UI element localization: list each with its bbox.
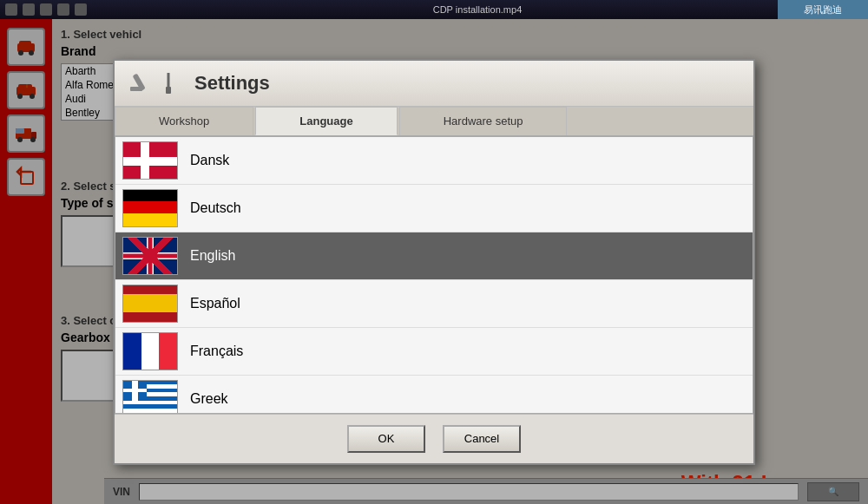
language-item-deutsch[interactable]: Deutsch: [115, 185, 753, 232]
language-item-english[interactable]: English: [115, 232, 753, 280]
tab-workshop[interactable]: Workshop: [115, 107, 253, 135]
language-item-greek[interactable]: Greek: [115, 376, 753, 414]
language-item-francais[interactable]: Français: [115, 328, 753, 376]
svg-rect-16: [130, 87, 142, 91]
taskbar-icon2: [23, 3, 35, 16]
gr-stripe-9: [123, 413, 177, 414]
flag-germany: [122, 189, 178, 227]
tab-hardware[interactable]: Hardware setup: [399, 107, 568, 135]
language-name-francais: Français: [190, 344, 243, 359]
flag-greece: [122, 380, 178, 414]
wrench-icon: [128, 71, 153, 95]
language-name-deutsch: Deutsch: [190, 200, 241, 216]
flag-france: [122, 332, 178, 370]
language-item-espanol[interactable]: Español: [115, 280, 753, 328]
language-name-english: English: [190, 248, 235, 264]
settings-dialog: Settings Workshop Language Hardware setu…: [113, 59, 755, 465]
flag-fr-red: [159, 333, 177, 370]
modal-overlay: Settings Workshop Language Hardware setu…: [0, 19, 868, 504]
language-item-dansk[interactable]: Dansk: [115, 137, 753, 185]
gr-cross-v: [132, 381, 138, 401]
screwdriver-icon: [156, 71, 181, 95]
svg-rect-18: [166, 87, 171, 94]
dialog-title: Settings: [194, 72, 270, 95]
language-name-dansk: Dansk: [190, 153, 229, 168]
taskbar-icon5: [75, 3, 87, 16]
taskbar-title: CDP installation.mp4: [92, 4, 863, 15]
app-background: 1. Select vehicl Brand Abarth Alfa Romeo…: [0, 19, 868, 504]
dialog-footer: OK Cancel: [115, 414, 753, 463]
flag-gb-v-red: [148, 238, 153, 274]
ok-button[interactable]: OK: [347, 425, 425, 453]
settings-icon-group: [128, 71, 181, 95]
dialog-tabs: Workshop Language Hardware setup: [115, 107, 753, 136]
flag-uk: [122, 237, 178, 275]
language-name-greek: Greek: [190, 391, 228, 407]
dialog-header: Settings: [115, 61, 753, 107]
taskbar-icon4: [57, 3, 69, 16]
taskbar-app-label: 易讯跑迪: [778, 0, 868, 19]
language-list: Dansk Deutsch English: [115, 136, 753, 414]
taskbar-icon: [5, 3, 17, 16]
taskbar-icon3: [40, 3, 52, 16]
cancel-button[interactable]: Cancel: [443, 425, 521, 453]
flag-denmark: [122, 141, 178, 180]
taskbar: CDP installation.mp4 易讯跑迪: [0, 0, 868, 19]
flag-fr-blue: [123, 333, 141, 370]
tab-language[interactable]: Language: [255, 107, 397, 135]
flag-spain: [122, 285, 178, 323]
language-name-espanol: Español: [190, 296, 240, 311]
